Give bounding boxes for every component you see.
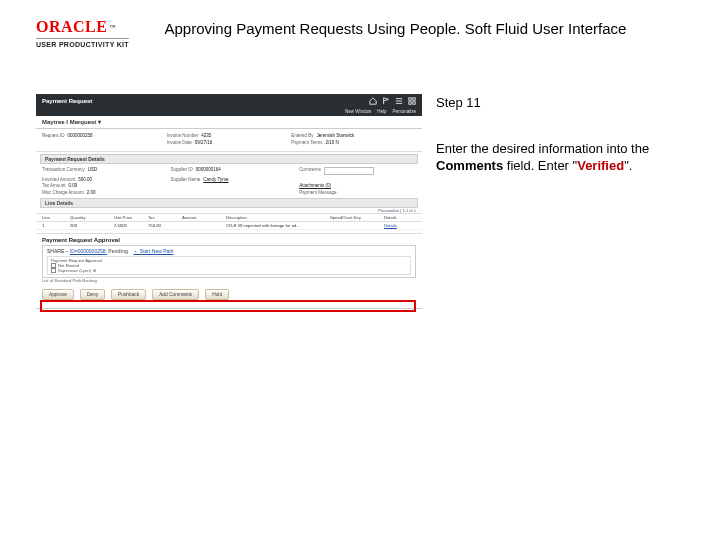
col-speedchart: SpeedChart Key xyxy=(330,215,380,220)
value-entered-by: Jeremiah Stanwick xyxy=(317,133,355,138)
approval-req-id-link[interactable]: ID=0000000258: xyxy=(70,248,107,254)
section-line-details: Line Details xyxy=(40,198,418,208)
oracle-logo: ORACLE ™ USER PRODUCTIVITY KIT xyxy=(36,18,129,48)
instruction-panel: Step 11 Enter the desired information in… xyxy=(436,94,690,346)
approval-start-new-path-label: Start New Path xyxy=(140,248,174,254)
approval-start-new-path[interactable]: ＋ Start New Path xyxy=(133,248,173,254)
link-attachments[interactable]: Attachments (0) xyxy=(299,183,331,188)
home-icon[interactable] xyxy=(369,97,377,105)
brand-text: ORACLE xyxy=(36,18,107,36)
col-description: Description xyxy=(226,215,326,220)
instruction-text: Enter the desired information into the C… xyxy=(436,140,690,175)
label-payment-message: Payment Message xyxy=(299,190,336,195)
col-unit-price: Unit Price xyxy=(114,215,144,220)
plus-icon[interactable]: ⊕ xyxy=(93,268,96,273)
grid-icon[interactable] xyxy=(408,97,416,105)
col-amount: Amount xyxy=(182,215,222,220)
approval-box: SHARE – ID=0000000258: Pending ＋ Start N… xyxy=(42,245,416,278)
svg-rect-0 xyxy=(409,98,411,100)
approval-supervisor: Supervisor (Lynn) xyxy=(58,268,91,273)
instr-verified-word: Verified xyxy=(577,158,624,173)
cell-details-link[interactable]: Details xyxy=(384,223,422,228)
ps-header-title: Payment Request xyxy=(42,98,92,104)
instr-comments-word: Comments xyxy=(436,158,503,173)
approve-button[interactable]: Approve xyxy=(42,289,74,300)
ps-subheader[interactable]: Maytree I Marquest ▾ xyxy=(36,116,422,129)
svg-rect-3 xyxy=(413,102,415,104)
value-invoice-date: 09/27/16 xyxy=(195,140,213,145)
highlight-box xyxy=(40,300,416,312)
value-misc-charge: 2.00 xyxy=(87,190,96,195)
doc-title: Approving Payment Requests Using People.… xyxy=(129,18,692,37)
ps-header-labels: New Window Help Personalize xyxy=(36,108,422,116)
peoplesoft-screenshot: Payment Request New Window Help Personal… xyxy=(36,94,422,346)
value-txn-currency: USD xyxy=(88,167,98,175)
label-misc-charge: Misc Charge Amount xyxy=(42,190,84,195)
hold-button[interactable]: Hold xyxy=(205,289,229,300)
approval-share: SHARE – xyxy=(47,248,70,254)
cell-quantity: 200 xyxy=(70,223,110,228)
flag-icon[interactable] xyxy=(382,97,390,105)
add-comments-button[interactable]: Add Comments xyxy=(152,289,199,300)
label-entered-by: Entered By xyxy=(291,133,313,138)
trademark-symbol: ™ xyxy=(109,24,116,30)
cell-unit-price: 2.5000 xyxy=(114,223,144,228)
value-supplier-name[interactable]: Candy Tyme xyxy=(203,177,228,182)
pushback-button[interactable]: Pushback xyxy=(111,289,146,300)
value-request-id: 0000000258 xyxy=(68,133,93,138)
link-new-window[interactable]: New Window xyxy=(345,109,371,114)
section-payment-request-details: Payment Request Details xyxy=(40,154,418,164)
cell-description: CD-R 50 imprinted with footage for ad... xyxy=(226,223,326,228)
comments-input[interactable] xyxy=(324,167,374,175)
step-label: Step 11 xyxy=(436,94,690,112)
checkbox-icon[interactable] xyxy=(51,268,56,273)
link-help[interactable]: Help xyxy=(377,109,386,114)
value-tax-amount: 0.00 xyxy=(69,183,78,188)
label-invoiced-amount: Invoiced Amount xyxy=(42,177,75,182)
instr-end: ". xyxy=(624,158,632,173)
label-supplier-id: Supplier ID xyxy=(171,167,193,175)
footer-note: List of Standard Path Routing xyxy=(36,278,422,285)
value-payment-terms: 2/10 N xyxy=(326,140,339,145)
menu-icon[interactable] xyxy=(395,97,403,105)
col-tax: Tax xyxy=(148,215,178,220)
label-invoice-date: Invoice Date xyxy=(167,140,192,145)
col-line: Line xyxy=(42,215,66,220)
approval-title: Payment Request Approval xyxy=(36,234,422,245)
label-tax-amount: Tax Amount xyxy=(42,183,66,188)
svg-rect-2 xyxy=(409,102,411,104)
line-grid-header: Line Quantity Unit Price Tax Amount Desc… xyxy=(36,213,422,222)
label-supplier-name: Supplier Name xyxy=(171,177,201,182)
deny-button[interactable]: Deny xyxy=(80,289,105,300)
svg-rect-1 xyxy=(413,98,415,100)
upk-subtitle: USER PRODUCTIVITY KIT xyxy=(36,41,129,48)
line-grid-row: 1 200 2.5000 750.00 CD-R 50 imprinted wi… xyxy=(36,222,422,230)
link-personalize[interactable]: Personalize xyxy=(392,109,416,114)
ps-info-table: Request ID 0000000258 Invoice Number 423… xyxy=(36,129,422,152)
label-comments: Comments xyxy=(299,167,321,175)
col-details: Details xyxy=(384,215,422,220)
col-quantity: Quantity xyxy=(70,215,110,220)
approval-pending: Pending xyxy=(108,248,128,254)
value-supplier-id: 0000000164 xyxy=(196,167,221,175)
label-request-id: Request ID xyxy=(42,133,65,138)
ps-header-bar: Payment Request xyxy=(36,94,422,108)
cell-line: 1 xyxy=(42,223,66,228)
label-invoice-number: Invoice Number xyxy=(167,133,199,138)
value-invoiced-amount: 500.00 xyxy=(78,177,92,182)
cell-tax: 750.00 xyxy=(148,223,178,228)
instr-suffix: field. Enter " xyxy=(503,158,577,173)
label-payment-terms: Payment Terms xyxy=(291,140,322,145)
ps-details-grid: Transaction Currency USD Supplier ID 000… xyxy=(36,164,422,198)
value-invoice-number: 4235 xyxy=(201,133,211,138)
label-txn-currency: Transaction Currency xyxy=(42,167,85,175)
instr-prefix: Enter the desired information into the xyxy=(436,141,649,156)
